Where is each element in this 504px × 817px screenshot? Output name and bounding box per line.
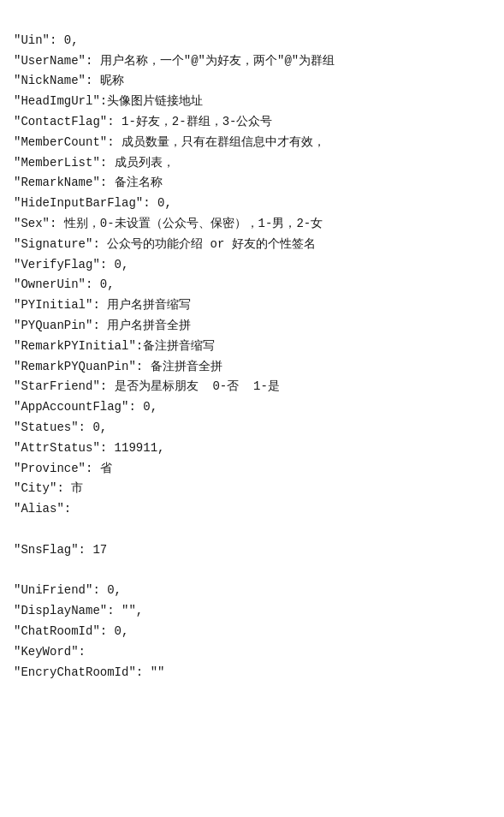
code-line-contactflag: "ContactFlag": 1-好友，2-群组，3-公众号 (14, 112, 490, 133)
code-line-nickname: "NickName": 昵称 (14, 71, 490, 92)
code-line-starfriend: "StarFriend": 是否为星标朋友 0-否 1-是 (14, 377, 490, 397)
code-line-pyquanpin: "PYQuanPin": 用户名拼音全拼 (14, 316, 490, 337)
code-line-remarkpyinitial: "RemarkPYInitial":备注拼音缩写 (14, 337, 490, 357)
code-line-uin: "Uin": 0, (14, 31, 490, 51)
code-line-province: "Province": 省 (14, 459, 490, 480)
code-line-appaccountflag: "AppAccountFlag": 0, (14, 397, 490, 418)
code-line-sex: "Sex": 性别，0-未设置（公众号、保密），1-男，2-女 (14, 214, 490, 235)
code-line-displayname: "DisplayName": "", (14, 601, 490, 622)
code-line-snsflag: "SnsFlag": 17 (14, 540, 490, 561)
code-line-memberlist: "MemberList": 成员列表， (14, 153, 490, 174)
code-line-unifriend: "UniFriend": 0, (14, 581, 490, 601)
code-content: "Uin": 0,"UserName": 用户名称，一个"@"为好友，两个"@"… (0, 0, 504, 693)
code-line-verifyflag: "VerifyFlag": 0, (14, 255, 490, 276)
code-line-remarkname: "RemarkName": 备注名称 (14, 173, 490, 194)
code-line-hideinputbarflag: "HideInputBarFlag": 0, (14, 194, 490, 214)
code-line-remarkpyquanpin: "RemarkPYQuanPin": 备注拼音全拼 (14, 357, 490, 378)
code-line-statues: "Statues": 0, (14, 418, 490, 438)
code-line-city: "City": 市 (14, 479, 490, 499)
code-line-headimgurl: "HeadImgUrl":头像图片链接地址 (14, 92, 490, 112)
code-line-keyword: "KeyWord": (14, 642, 490, 663)
code-line-alias: "Alias": (14, 499, 490, 520)
code-line-signature: "Signature": 公众号的功能介绍 or 好友的个性签名 (14, 235, 490, 255)
code-line-blank2 (14, 561, 490, 581)
code-line-attrstatus: "AttrStatus": 119911, (14, 438, 490, 459)
code-line-blank1 (14, 520, 490, 540)
code-line-username: "UserName": 用户名称，一个"@"为好友，两个"@"为群组 (14, 51, 490, 72)
code-line-chatroomid: "ChatRoomId": 0, (14, 622, 490, 642)
code-line-encrychatroomid: "EncryChatRoomId": "" (14, 663, 490, 683)
code-line-pyinitial: "PYInitial": 用户名拼音缩写 (14, 295, 490, 316)
code-line-owneruin: "OwnerUin": 0, (14, 275, 490, 295)
code-line-membercount: "MemberCount": 成员数量，只有在群组信息中才有效， (14, 133, 490, 153)
